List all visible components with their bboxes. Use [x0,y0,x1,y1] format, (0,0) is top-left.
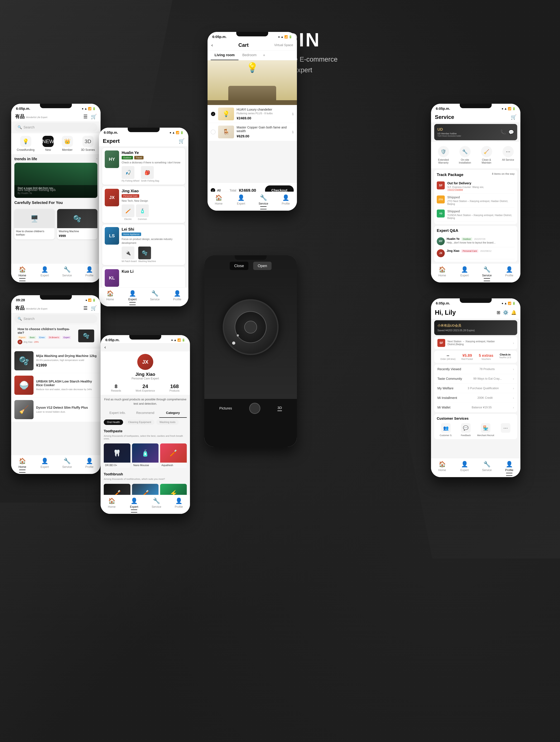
filter-washing[interactable]: Washing tools [156,420,179,425]
back-icon-6[interactable]: ‹ [104,345,106,350]
cart-icon-2[interactable]: 🛒 [179,138,185,144]
header-icons-5[interactable]: ☰ 🛒 [83,305,97,311]
product-rice-cooker[interactable]: 🍚 URBAN SPLASH Low Starch Healthy Rice C… [11,373,101,398]
nav-profile-6[interactable]: 👤 Profile [168,497,190,510]
nav-service-6[interactable]: 🔧 Service [145,497,168,510]
nav-expert-8[interactable]: 👤 Expert [453,461,476,473]
qa-item-1[interactable]: HY Hualin Ye Outdoor 2022/07/29 Help...d… [437,235,515,247]
product-vacuum[interactable]: 🧹 Dyson V12 Detect Slim Fluffy Plus Lase… [11,398,101,422]
tracking-phone[interactable]: 15022156888 [447,189,515,192]
nav-new[interactable]: NEW New [43,136,54,152]
checkbox-2[interactable] [211,129,215,135]
member-card[interactable]: 小米有品UD会员 Saved ¥4203 2023.05.28 Expire) [434,320,517,335]
cs-more[interactable]: ⋯ [497,423,515,437]
recently-viewed-row[interactable]: Recently Viewed 78 Products › [434,364,517,374]
filter-oral-health[interactable]: Oral Health [104,420,123,425]
qty-1[interactable]: 1 [292,112,294,116]
close-btn[interactable]: Close [230,262,248,270]
expert-card-4[interactable]: KL Kuo Li [102,267,185,289]
toothpaste-3[interactable]: 🪥 Aquafresh [160,443,187,468]
header-icons[interactable]: ☰ 🛒 [83,114,97,119]
welfare-row[interactable]: My Welfare 3 Purchase Qualification › [434,384,517,393]
stat-orders[interactable]: -- Order (All time) [440,353,455,360]
nav-profile-4[interactable]: 👤 Profile [498,266,520,279]
tab-recommend[interactable]: Recommend [132,409,159,418]
expert-card-2[interactable]: JX Jing Xiao Personal Care New Tech, New… [102,186,185,223]
cart-tab-add[interactable]: + [260,50,268,60]
back-icon[interactable]: ‹ [211,43,213,48]
filter-cleaning[interactable]: Cleaning Equipment [125,420,154,425]
nav-3d[interactable]: 3D 3D Scenes [81,136,95,152]
stat-vouchers[interactable]: 5 extras Vouchers [479,353,494,360]
search-bar-5[interactable]: 🔍 Search [14,315,97,323]
nav-member[interactable]: 👑 Member [62,136,73,152]
stat-red-pocket[interactable]: ¥5.89 Red Pocket [461,353,473,360]
menu-icon-5[interactable]: ☰ [83,305,88,311]
nav-service-8[interactable]: 🔧 Service [476,461,498,473]
taste-community-row[interactable]: Taste Community 99 Ways to Eat Cray... › [434,374,517,384]
cart-icon-4[interactable]: 🛒 [511,114,517,120]
shutter-button[interactable] [249,403,260,414]
nav-home-2[interactable]: 🏠 Home [99,290,121,303]
nav-service-5[interactable]: 🔧 Service [56,458,78,470]
nav-home-6[interactable]: 🏠 Home [101,497,123,510]
tab-category[interactable]: Category [159,409,187,418]
nav-profile-8[interactable]: 👤 Profile [498,461,520,473]
cart-icon[interactable]: 🛒 [91,114,97,119]
installment-row[interactable]: Mi Installment 200K Credit › [434,393,517,403]
svc-extended-warranty[interactable]: 🛡️ Extended Warranty [432,145,454,166]
trends-banner[interactable]: lure beginner fishing tips By Hualin Ye … [14,163,97,198]
checkbox-1[interactable]: ✓ [211,112,215,116]
virtual-space-label[interactable]: Virtual Space [274,43,293,47]
cart-icon-5[interactable]: 🛒 [91,305,97,311]
delivery-row[interactable]: SF Next Station → Xiaoying entrepot, Hai… [434,337,517,349]
nav-home-1[interactable]: 🏠 Home [11,266,34,279]
nav-home-3[interactable]: 🏠 Home [208,194,230,207]
chat-icon[interactable]: 💬 [508,129,514,135]
cs-feedback[interactable]: 💬 Feedback [457,423,475,437]
tab-expert-info[interactable]: Expert Info. [104,409,132,418]
qty-2[interactable]: 1 [292,130,294,134]
notification-icon[interactable]: 🔔 [511,310,517,315]
nav-service-3[interactable]: 🔧 Service [252,194,274,207]
nav-home-8[interactable]: 🏠 Home [431,461,453,473]
phone-icon[interactable]: 📞 [500,129,506,135]
nav-expert-1[interactable]: 👤 Expert [34,266,56,279]
settings-icon[interactable]: ⚙️ [503,310,508,315]
product-washer[interactable]: 🫧 Mijia Washing and Drying Machine 12kg … [11,349,101,373]
stat-youpin[interactable]: Check-in YouPin LV.5 [499,353,511,360]
cart-tab-bedroom[interactable]: Bedroom [239,50,260,60]
nav-profile-1[interactable]: 👤 Profile [78,266,101,279]
wallet-row[interactable]: Mi Wallet Balance ¥19.55 › [434,403,517,412]
nav-expert-3[interactable]: 👤 Expert [230,194,252,207]
toothpaste-2[interactable]: 🧴 Nano Mousse [132,443,159,468]
cart-item-2[interactable]: 🪑 Master Copper Gain both fame and wealt… [208,123,297,141]
product-card-2[interactable]: 🫧 Washing Machine ¥999 [57,209,97,240]
cart-tab-living[interactable]: Living room [211,50,239,60]
cs-merchant[interactable]: 🏪 Merchant Recruit [476,423,495,437]
nav-profile-5[interactable]: 👤 Profile [78,458,101,470]
ud-member-banner[interactable]: UD UD Member hotline 7x24 Hours Exclusiv… [434,124,517,140]
expert-card-3[interactable]: LS Lei Shi Home Appliance Focus on produ… [102,224,185,265]
menu-icon[interactable]: ☰ [83,114,88,119]
nav-profile-2[interactable]: 👤 Profile [166,290,188,303]
toothpaste-1[interactable]: 🦷 DR.BEI 0+ [104,443,131,468]
nav-service-2[interactable]: 🔧 Service [144,290,166,303]
footer-pictures[interactable]: Pictures [219,406,232,410]
nav-service-1[interactable]: 🔧 Service [56,266,78,279]
nav-expert-4[interactable]: 👤 Expert [453,266,476,279]
svc-clean-maintain[interactable]: 🧹 Clean & Maintain [476,145,497,166]
article-item[interactable]: How to choose children's toothpa-ste? Pi… [14,325,97,347]
product-card-1[interactable]: 🖥️ How to choose children's toothpa- [14,209,55,240]
cart-item-1[interactable]: ✓ 💡 HUAYI Luxury chandelier Fluttering s… [208,105,297,123]
svc-all[interactable]: ⋯ All Service [497,145,519,166]
open-btn[interactable]: Open [253,262,271,270]
expand-icon[interactable]: ⊞ [497,310,500,315]
qa-item-2[interactable]: JX Jing Xiao Personal Care 2022/06/12 [437,247,515,259]
expert-card-1[interactable]: HY Hualin Ye Outdoor Travel Check a dict… [102,148,185,184]
nav-service-4[interactable]: 🔧 Service [476,266,498,279]
nav-home-5[interactable]: 🏠 Home [11,458,34,470]
nav-home-4[interactable]: 🏠 Home [431,266,453,279]
search-bar[interactable]: 🔍 Search [14,123,97,131]
nav-expert-5[interactable]: 👤 Expert [34,458,56,470]
